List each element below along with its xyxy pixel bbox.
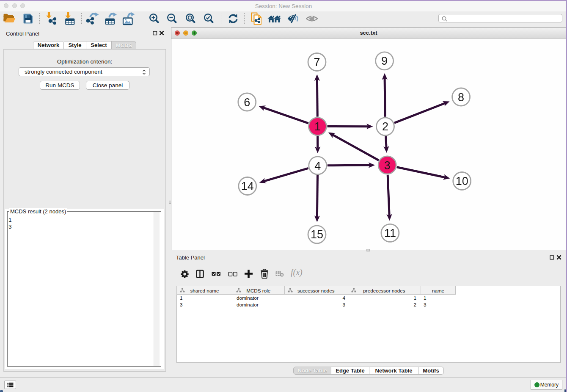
svg-text:1: 1 (314, 120, 321, 133)
svg-text:8: 8 (458, 91, 464, 104)
svg-text:10: 10 (456, 175, 468, 188)
svg-text:3: 3 (384, 159, 391, 172)
svg-text:9: 9 (381, 55, 388, 67)
svg-text:6: 6 (244, 96, 250, 109)
svg-text:4: 4 (314, 160, 321, 172)
svg-text:7: 7 (314, 56, 320, 69)
svg-text:11: 11 (384, 227, 396, 240)
svg-text:14: 14 (241, 180, 254, 193)
svg-text:2: 2 (382, 120, 388, 133)
svg-text:15: 15 (311, 228, 323, 241)
